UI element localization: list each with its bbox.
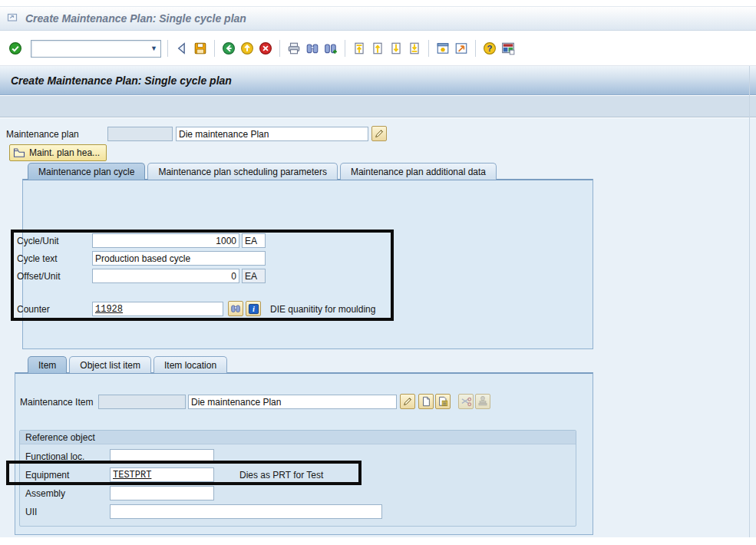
cycle-text-label: Cycle text bbox=[17, 253, 58, 264]
reference-object-header: Reference object bbox=[20, 431, 576, 444]
tab-item[interactable]: Item bbox=[28, 356, 67, 373]
counter-search-button[interactable] bbox=[228, 301, 243, 316]
window-edge bbox=[749, 66, 750, 537]
create-shortcut-icon[interactable] bbox=[453, 40, 470, 57]
counter-description: DIE quanitity for moulding bbox=[270, 304, 375, 315]
reference-object-title: Reference object bbox=[25, 432, 95, 443]
next-page-icon[interactable] bbox=[388, 40, 404, 57]
binoculars-icon bbox=[230, 303, 241, 314]
maintenance-item-label: Maintenance Item bbox=[20, 397, 93, 408]
assembly-label: Assembly bbox=[25, 488, 65, 499]
previous-page-icon[interactable] bbox=[369, 40, 386, 57]
tab-maintenance-plan-scheduling-parameters[interactable]: Maintenance plan scheduling parameters bbox=[147, 163, 337, 180]
item-stamp-button[interactable] bbox=[475, 394, 490, 409]
edit-text-button[interactable] bbox=[371, 126, 387, 141]
item-tab-strip: Item Object list item Item location bbox=[28, 356, 227, 373]
maintenance-plan-number-field[interactable] bbox=[107, 127, 173, 141]
info-icon: i bbox=[248, 303, 259, 315]
equipment-label: Equipment bbox=[25, 470, 69, 481]
functional-loc-label: Functional loc. bbox=[25, 451, 84, 462]
find-icon[interactable] bbox=[304, 40, 321, 57]
folder-icon bbox=[13, 147, 25, 158]
tab-maintenance-plan-cycle[interactable]: Maintenance plan cycle bbox=[28, 163, 145, 180]
maint-plan-header-button[interactable]: Maint. plan hea... bbox=[9, 144, 107, 161]
pencil-icon bbox=[374, 128, 385, 139]
find-next-icon[interactable] bbox=[322, 40, 339, 57]
tab-item-location[interactable]: Item location bbox=[154, 356, 227, 373]
item-create-button[interactable] bbox=[418, 394, 434, 409]
tab-object-list-item[interactable]: Object list item bbox=[69, 356, 151, 373]
offset-unit-field[interactable] bbox=[242, 269, 266, 283]
sap-window: Create Maintenance Plan: Single cycle pl… bbox=[0, 0, 756, 545]
equipment-field[interactable] bbox=[110, 467, 214, 482]
cycle-text-field[interactable] bbox=[92, 251, 266, 266]
counter-info-button[interactable]: i bbox=[246, 301, 261, 316]
last-page-icon[interactable] bbox=[406, 40, 423, 57]
command-dropdown-icon[interactable]: ▼ bbox=[147, 41, 160, 57]
uii-label: UII bbox=[25, 507, 37, 517]
customize-layout-icon[interactable] bbox=[500, 40, 517, 57]
maintenance-plan-label: Maintenance plan bbox=[6, 129, 79, 140]
functional-loc-field[interactable] bbox=[110, 449, 214, 464]
plan-tab-strip: Maintenance plan cycle Maintenance plan … bbox=[28, 163, 497, 180]
offset-unit-label: Offset/Unit bbox=[17, 271, 60, 282]
back-circle-icon[interactable] bbox=[220, 40, 237, 57]
maintenance-plan-description-field[interactable] bbox=[176, 127, 368, 141]
toolbar-separator bbox=[214, 40, 215, 57]
toolbar-separator bbox=[279, 40, 280, 57]
cycle-value-field[interactable] bbox=[92, 233, 239, 248]
enter-icon[interactable] bbox=[7, 40, 24, 57]
window-titlebar: Create Maintenance Plan: Single cycle pl… bbox=[0, 6, 756, 31]
application-toolbar bbox=[0, 96, 756, 117]
maintenance-item-number-field[interactable] bbox=[98, 395, 186, 409]
back-icon[interactable] bbox=[173, 40, 190, 57]
cancel-circle-icon[interactable] bbox=[257, 40, 274, 57]
equipment-description: Dies as PRT for Test bbox=[239, 470, 323, 481]
uii-field[interactable] bbox=[110, 504, 382, 519]
screen-icon bbox=[6, 11, 18, 26]
toolbar-separator bbox=[475, 40, 476, 57]
page-title: Create Maintenance Plan: Single cycle pl… bbox=[11, 74, 232, 87]
page-header: Create Maintenance Plan: Single cycle pl… bbox=[0, 66, 756, 95]
assembly-field[interactable] bbox=[110, 486, 214, 500]
counter-field[interactable] bbox=[92, 302, 223, 316]
new-document-icon bbox=[421, 396, 431, 407]
stamp-icon bbox=[477, 396, 488, 407]
new-session-icon[interactable] bbox=[434, 40, 451, 57]
maint-plan-header-button-label: Maint. plan hea... bbox=[29, 147, 100, 158]
maintenance-item-description-field[interactable] bbox=[188, 395, 397, 409]
first-page-icon[interactable] bbox=[351, 40, 368, 57]
bottom-margin bbox=[0, 537, 756, 545]
help-icon[interactable]: ? bbox=[481, 40, 498, 57]
save-icon[interactable] bbox=[192, 40, 209, 57]
toolbar-separator bbox=[167, 40, 168, 57]
toolbar-separator bbox=[428, 40, 429, 57]
item-copy-reference-button[interactable] bbox=[435, 394, 451, 409]
document-list-icon bbox=[437, 396, 448, 407]
window-title: Create Maintenance Plan: Single cycle pl… bbox=[25, 12, 246, 25]
pencil-icon bbox=[402, 396, 413, 407]
item-cut-button[interactable] bbox=[458, 394, 474, 409]
standard-toolbar: ▼ bbox=[0, 31, 756, 66]
print-icon[interactable] bbox=[286, 40, 302, 57]
tab-maintenance-plan-additional-data[interactable]: Maintenance plan additional data bbox=[340, 163, 497, 180]
toolbar-separator bbox=[345, 40, 345, 57]
exit-circle-icon[interactable] bbox=[239, 40, 256, 57]
command-field[interactable]: ▼ bbox=[31, 40, 161, 58]
item-edit-text-button[interactable] bbox=[400, 394, 415, 409]
cycle-unit-field[interactable] bbox=[242, 233, 266, 248]
svg-text:?: ? bbox=[487, 44, 493, 53]
offset-value-field[interactable] bbox=[92, 269, 239, 283]
scissors-icon bbox=[461, 396, 472, 408]
command-input[interactable] bbox=[31, 43, 147, 54]
cycle-unit-label: Cycle/Unit bbox=[17, 236, 59, 246]
svg-text:i: i bbox=[253, 305, 255, 313]
counter-label: Counter bbox=[17, 304, 50, 315]
